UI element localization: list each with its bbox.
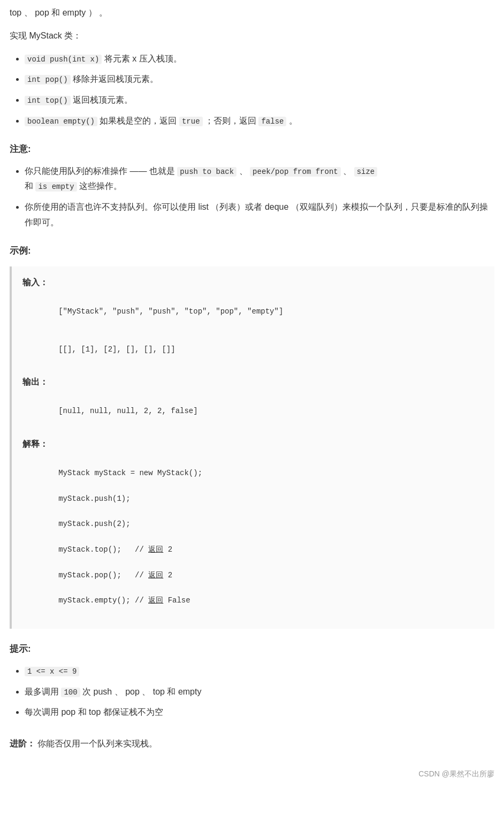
explain-label: 解释： bbox=[22, 437, 484, 451]
notes-list: 你只能使用队列的标准操作 —— 也就是 push to back 、 peek/… bbox=[10, 164, 494, 231]
method-code-push: void push(int x) bbox=[25, 55, 102, 64]
note-code-push-to-back: push to back bbox=[177, 167, 236, 177]
page-content: top 、 pop 和 empty ） 。 实现 MyStack 类： void… bbox=[10, 0, 494, 807]
example-box: 输入： ["MyStack", "push", "push", "top", "… bbox=[10, 266, 494, 629]
tip-code-range: 1 <= x <= 9 bbox=[25, 667, 79, 676]
tip-item-3: 每次调用 pop 和 top 都保证栈不为空 bbox=[25, 705, 494, 720]
note-code-size: size bbox=[354, 167, 378, 177]
advanced-heading: 进阶： bbox=[10, 739, 35, 748]
footer: CSDN @果然不出所廖 bbox=[10, 768, 494, 786]
method-code-empty: boolean empty() bbox=[25, 117, 97, 126]
note-item-2: 你所使用的语言也许不支持队列。你可以使用 list （列表）或者 deque （… bbox=[25, 200, 494, 231]
example-section: 示例: 输入： ["MyStack", "push", "push", "top… bbox=[10, 243, 494, 629]
method-true: true bbox=[179, 117, 203, 126]
advanced-text: 进阶： 你能否仅用一个队列来实现栈。 bbox=[10, 736, 494, 752]
list-item: int pop() 移除并返回栈顶元素。 bbox=[25, 72, 494, 87]
method-desc-push: 将元素 x 压入栈顶。 bbox=[104, 54, 182, 63]
tips-list: 1 <= x <= 9 最多调用 100 次 push 、 pop 、 top … bbox=[10, 664, 494, 720]
example-heading: 示例: bbox=[10, 243, 494, 259]
note-heading: 注意: bbox=[10, 142, 494, 157]
input-lines: ["MyStack", "push", "push", "top", "pop"… bbox=[22, 293, 484, 369]
intro-line2: 实现 MyStack 类： bbox=[10, 28, 494, 44]
methods-list: void push(int x) 将元素 x 压入栈顶。 int pop() 移… bbox=[10, 51, 494, 129]
note-code-is-empty: is empty bbox=[35, 182, 77, 192]
note-item-1: 你只能使用队列的标准操作 —— 也就是 push to back 、 peek/… bbox=[25, 164, 494, 195]
method-code-top: int top() bbox=[25, 96, 71, 105]
method-desc-top: 返回栈顶元素。 bbox=[73, 95, 133, 104]
output-label: 输出： bbox=[22, 375, 484, 389]
method-false: false bbox=[258, 117, 286, 126]
intro-line1: top 、 pop 和 empty ） 。 bbox=[10, 5, 494, 21]
output-value: [null, null, null, 2, 2, false] bbox=[22, 392, 484, 430]
list-item: int top() 返回栈顶元素。 bbox=[25, 93, 494, 108]
footer-text: CSDN @果然不出所廖 bbox=[418, 769, 494, 778]
list-item: void push(int x) 将元素 x 压入栈顶。 bbox=[25, 51, 494, 67]
input-label: 输入： bbox=[22, 275, 484, 289]
method-desc-pop: 移除并返回栈顶元素。 bbox=[73, 74, 158, 83]
explain-code: MyStack myStack = new MyStack(); myStack… bbox=[22, 454, 484, 620]
list-item: boolean empty() 如果栈是空的，返回 true ；否则，返回 fa… bbox=[25, 113, 494, 129]
tip-item-2: 最多调用 100 次 push 、 pop 、 top 和 empty bbox=[25, 684, 494, 700]
tips-section: 提示: 1 <= x <= 9 最多调用 100 次 push 、 pop 、 … bbox=[10, 642, 494, 720]
advanced-section: 进阶： 你能否仅用一个队列来实现栈。 bbox=[10, 736, 494, 752]
method-code-pop: int pop() bbox=[25, 75, 71, 85]
tip-item-1: 1 <= x <= 9 bbox=[25, 664, 494, 679]
advanced-desc: 你能否仅用一个队列来实现栈。 bbox=[37, 739, 157, 748]
note-code-peek-pop: peek/pop from front bbox=[250, 167, 341, 177]
tip-code-100: 100 bbox=[61, 688, 80, 697]
note-section: 注意: 你只能使用队列的标准操作 —— 也就是 push to back 、 p… bbox=[10, 142, 494, 231]
tips-heading: 提示: bbox=[10, 642, 494, 657]
